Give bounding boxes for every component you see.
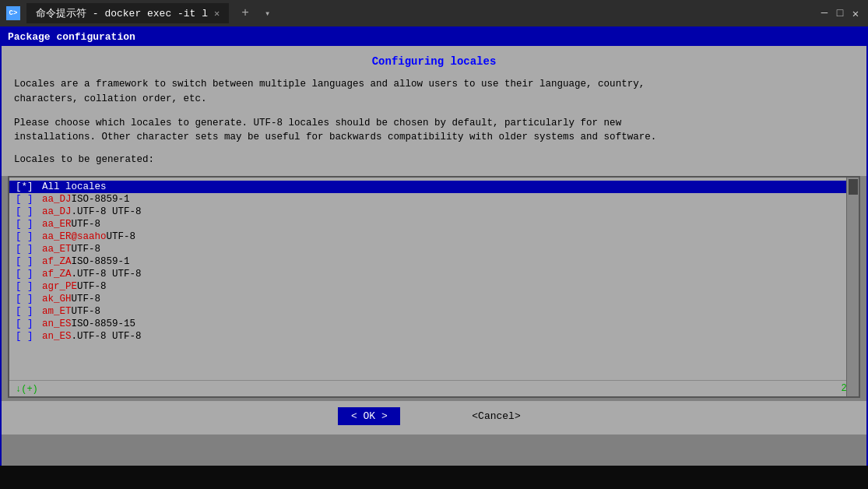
dialog-header: Package configuration bbox=[2, 28, 866, 46]
locale-suffix-ak-gh: UTF-8 bbox=[72, 294, 101, 304]
list-item[interactable]: [ ] af_ZA ISO-8859-1 bbox=[9, 255, 859, 268]
checkbox-agr-pe: [ ] bbox=[16, 281, 39, 292]
checkbox-all-locales: [*] bbox=[16, 181, 39, 192]
list-item[interactable]: [ ] aa_DJ .UTF-8 UTF-8 bbox=[9, 206, 859, 218]
locale-suffix-aa-er-saaho: UTF-8 bbox=[107, 231, 136, 242]
locale-suffix-am-et: UTF-8 bbox=[72, 306, 101, 317]
list-item[interactable]: [ ] aa_DJ ISO-8859-1 bbox=[9, 193, 859, 206]
locale-suffix-an-es-1: ISO-8859-15 bbox=[72, 318, 136, 329]
locale-prefix-an-es-1: an_ES bbox=[42, 318, 72, 329]
locale-suffix-af-za-2: .UTF-8 UTF-8 bbox=[72, 269, 142, 280]
locale-prefix-aa-dj-1: aa_DJ bbox=[42, 194, 72, 205]
locale-prefix-af-za-1: af_ZA bbox=[42, 256, 72, 267]
description-paragraph-2: Please choose which locales to generate.… bbox=[14, 116, 854, 146]
locale-suffix-agr-pe: UTF-8 bbox=[77, 281, 107, 292]
tab-dropdown-button[interactable]: ▾ bbox=[262, 8, 273, 19]
checkbox-am-et: [ ] bbox=[16, 306, 39, 317]
locale-suffix-af-za-1: ISO-8859-1 bbox=[72, 256, 130, 267]
dialog-body: Configuring locales Locales are a framew… bbox=[2, 46, 866, 176]
list-item[interactable]: [ ] agr_PE UTF-8 bbox=[9, 280, 859, 293]
locale-suffix-aa-dj-2: .UTF-8 UTF-8 bbox=[72, 206, 142, 217]
locale-prefix-aa-er-1: aa_ER bbox=[42, 219, 72, 230]
ok-button[interactable]: < OK > bbox=[338, 407, 400, 425]
list-item[interactable]: [ ] am_ET UTF-8 bbox=[9, 305, 859, 318]
locale-prefix-an-es-2: an_ES bbox=[42, 331, 72, 342]
locale-prefix-am-et: am_ET bbox=[42, 306, 72, 317]
terminal-area: Package configuration Configuring locale… bbox=[0, 26, 868, 489]
locale-prefix-aa-er-saaho: aa_ER@saaho bbox=[42, 231, 107, 242]
checkbox-aa-er-saaho: [ ] bbox=[16, 231, 39, 242]
checkbox-aa-dj-2: [ ] bbox=[16, 206, 39, 217]
locales-label: Locales to be generated: bbox=[14, 154, 854, 165]
dialog-title: Configuring locales bbox=[14, 55, 854, 68]
configure-locales-dialog: Package configuration Configuring locale… bbox=[0, 26, 868, 489]
locale-suffix-an-es-2: .UTF-8 UTF-8 bbox=[72, 331, 142, 342]
checkbox-an-es-1: [ ] bbox=[16, 318, 39, 329]
checkbox-an-es-2: [ ] bbox=[16, 331, 39, 342]
list-item[interactable]: [ ] ak_GH UTF-8 bbox=[9, 293, 859, 305]
list-item[interactable]: [ ] aa_ET UTF-8 bbox=[9, 243, 859, 255]
window-controls: ─ □ ✕ bbox=[818, 8, 862, 19]
list-item[interactable]: [ ] aa_ER@saaho UTF-8 bbox=[9, 230, 859, 243]
locales-listbox-wrapper: [*] All locales [ ] aa_DJ ISO-8859-1 [ ]… bbox=[5, 176, 863, 398]
scrollbar-thumb[interactable] bbox=[849, 179, 858, 195]
close-button[interactable]: ✕ bbox=[849, 8, 862, 19]
locale-suffix-aa-er-1: UTF-8 bbox=[72, 219, 101, 230]
minimize-button[interactable]: ─ bbox=[818, 8, 831, 19]
locale-prefix-aa-dj-2: aa_DJ bbox=[42, 206, 72, 217]
checkbox-aa-er-1: [ ] bbox=[16, 219, 39, 230]
maximize-button[interactable]: □ bbox=[834, 8, 846, 19]
locale-suffix-aa-et: UTF-8 bbox=[72, 244, 101, 255]
active-tab[interactable]: 命令提示符 - docker exec -it l ✕ bbox=[26, 3, 229, 23]
dialog-buttons-row: < OK > <Cancel> bbox=[2, 401, 866, 434]
tab-close-button[interactable]: ✕ bbox=[214, 8, 220, 19]
new-tab-button[interactable]: + bbox=[235, 6, 255, 20]
description-paragraph-1: Locales are a framework to switch betwee… bbox=[14, 77, 854, 107]
locales-listbox[interactable]: [*] All locales [ ] aa_DJ ISO-8859-1 [ ]… bbox=[8, 176, 860, 398]
locale-suffix-aa-dj-1: ISO-8859-1 bbox=[72, 194, 130, 205]
locales-list: [*] All locales [ ] aa_DJ ISO-8859-1 [ ]… bbox=[9, 178, 859, 380]
scroll-down-indicator: ↓(+) bbox=[16, 384, 38, 395]
locale-prefix-agr-pe: agr_PE bbox=[42, 281, 77, 292]
locale-text-all: All locales bbox=[42, 181, 107, 192]
app-icon: C> bbox=[6, 6, 20, 20]
scrollbar[interactable] bbox=[846, 178, 859, 396]
list-item[interactable]: [ ] aa_ER UTF-8 bbox=[9, 218, 859, 230]
list-item[interactable]: [*] All locales bbox=[9, 181, 859, 193]
checkbox-af-za-2: [ ] bbox=[16, 269, 39, 280]
checkbox-aa-et: [ ] bbox=[16, 244, 39, 255]
terminal-bottom-bar bbox=[0, 466, 868, 489]
locale-prefix-aa-et: aa_ET bbox=[42, 244, 72, 255]
list-item[interactable]: [ ] an_ES ISO-8859-15 bbox=[9, 318, 859, 330]
dialog-header-text: Package configuration bbox=[8, 31, 135, 43]
checkbox-af-za-1: [ ] bbox=[16, 256, 39, 267]
checkbox-aa-dj-1: [ ] bbox=[16, 194, 39, 205]
titlebar: C> 命令提示符 - docker exec -it l ✕ + ▾ ─ □ ✕ bbox=[0, 0, 868, 26]
app-icon-text: C> bbox=[9, 9, 18, 17]
list-item[interactable]: [ ] an_ES .UTF-8 UTF-8 bbox=[9, 330, 859, 343]
locale-prefix-af-za-2: af_ZA bbox=[42, 269, 72, 280]
tab-label: 命令提示符 - docker exec -it l bbox=[36, 6, 208, 20]
cancel-button[interactable]: <Cancel> bbox=[462, 407, 529, 425]
locale-prefix-ak-gh: ak_GH bbox=[42, 294, 72, 304]
checkbox-ak-gh: [ ] bbox=[16, 294, 39, 304]
list-item[interactable]: [ ] af_ZA .UTF-8 UTF-8 bbox=[9, 268, 859, 280]
